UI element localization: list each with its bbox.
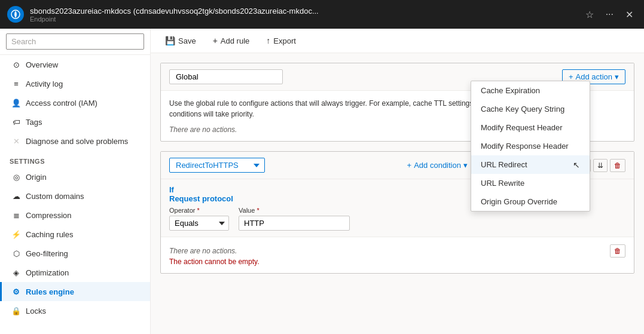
rule2-name-select[interactable]: RedirectToHTTPS (169, 158, 265, 173)
activity-icon: ≡ (11, 79, 21, 88)
sidebar-item-locks-label: Locks (26, 307, 46, 315)
locks-icon: 🔒 (11, 306, 21, 315)
optimization-icon: ◈ (11, 268, 21, 277)
sidebar-item-tags-label: Tags (26, 118, 42, 127)
diagnose-icon: ✕ (11, 136, 21, 146)
value-required-star: * (257, 207, 259, 214)
dropdown-item-origin-group-override[interactable]: Origin Group Override (471, 192, 590, 211)
sidebar-item-origin-label: Origin (26, 173, 47, 182)
sidebar-item-tags[interactable]: 🏷 Tags (0, 112, 150, 131)
chevron-down-icon: ▾ (615, 72, 619, 81)
delete-rule-button[interactable]: 🗑 (610, 159, 625, 172)
sidebar-item-overview-label: Overview (26, 60, 58, 69)
settings-section-header: Settings (0, 151, 150, 167)
search-input[interactable] (6, 33, 144, 50)
add-rule-icon: + (213, 36, 218, 45)
export-icon: ↑ (266, 36, 270, 45)
global-add-action-label: Add action (576, 72, 612, 81)
rule2-body: There are no actions. 🗑 The action canno… (161, 237, 634, 273)
dropdown-item-modify-request-header[interactable]: Modify Request Header (471, 118, 590, 137)
sidebar-item-optimization-label: Optimization (26, 268, 69, 277)
sidebar-item-caching-rules-label: Caching rules (26, 230, 74, 239)
rule2-delete-action-button[interactable]: 🗑 (610, 244, 625, 258)
toolbar: 💾 Save + Add rule ↑ Export (151, 29, 644, 53)
sidebar-item-geo-filtering[interactable]: ⬡ Geo-filtering (0, 244, 150, 263)
operator-label: Operator * (169, 207, 229, 214)
save-label: Save (178, 36, 196, 45)
main-content: 💾 Save + Add rule ↑ Export + Add actio (151, 29, 644, 334)
sidebar-search-area (0, 29, 150, 55)
iam-icon: 👤 (11, 98, 21, 108)
dropdown-item-modify-response-header[interactable]: Modify Response Header (471, 137, 590, 155)
value-label: Value * (239, 207, 350, 214)
value-input[interactable] (239, 216, 350, 231)
add-rule-label: Add rule (221, 36, 249, 45)
dropdown-item-url-rewrite[interactable]: URL Rewrite (471, 174, 590, 192)
add-condition-button[interactable]: + Add condition ▾ (402, 158, 472, 172)
sidebar-item-compression-label: Compression (26, 211, 72, 220)
add-condition-label: Add condition (414, 161, 461, 170)
sidebar-item-access-control-label: Access control (IAM) (26, 99, 97, 108)
dropdown-item-cache-expiration[interactable]: Cache Expiration (471, 81, 590, 100)
tags-icon: 🏷 (11, 117, 21, 127)
sidebar-item-geo-filtering-label: Geo-filtering (26, 249, 68, 258)
window-subtitle: Endpoint (30, 16, 576, 23)
domains-icon: ☁ (11, 191, 21, 201)
sidebar-item-origin[interactable]: ◎ Origin (0, 167, 150, 186)
global-rule-name-input[interactable] (169, 69, 283, 84)
origin-icon: ◎ (11, 172, 21, 182)
operator-required-star: * (197, 207, 199, 214)
compression-icon: ≣ (11, 210, 21, 220)
save-icon: 💾 (165, 36, 175, 45)
caching-icon: ⚡ (11, 229, 21, 239)
sidebar-item-overview[interactable]: ⊙ Overview (0, 55, 150, 74)
request-protocol-label: Request protocol (169, 194, 233, 203)
sidebar-item-diagnose[interactable]: ✕ Diagnose and solve problems (0, 131, 150, 151)
rule2-card: RedirectToHTTPS + Add condition ▾ + Add … (160, 151, 634, 274)
content-area: + Add action ▾ Use the global rule to co… (151, 53, 644, 334)
add-condition-chevron-icon: ▾ (463, 161, 468, 170)
error-message: The action cannot be empty. (169, 258, 625, 266)
add-action-dropdown: Cache Expiration Cache Key Query String … (471, 81, 590, 212)
more-button[interactable]: ··· (602, 7, 617, 22)
rule2-name-wrap: RedirectToHTTPS (169, 158, 265, 173)
close-button[interactable]: ✕ (622, 7, 637, 23)
sidebar-item-compression[interactable]: ≣ Compression (0, 206, 150, 225)
add-rule-button[interactable]: + Add rule (208, 33, 255, 48)
plus-icon: + (569, 72, 573, 81)
value-field: Value * (239, 207, 350, 231)
sidebar-item-rules-engine-label: Rules engine (26, 287, 74, 296)
dropdown-item-url-redirect[interactable]: URL Redirect ↖ (471, 155, 590, 174)
move-bottom-button[interactable]: ⇊ (593, 159, 608, 172)
overview-icon: ⊙ (11, 60, 21, 69)
operator-select[interactable]: Equals (169, 216, 229, 231)
app-icon (7, 6, 24, 23)
sidebar: ⊙ Overview ≡ Activity log 👤 Access contr… (0, 29, 151, 334)
add-condition-plus-icon: + (407, 161, 412, 170)
sidebar-item-caching-rules[interactable]: ⚡ Caching rules (0, 225, 150, 244)
save-button[interactable]: 💾 Save (160, 33, 201, 48)
export-label: Export (273, 36, 296, 45)
sidebar-item-activity-log-label: Activity log (26, 79, 63, 88)
export-button[interactable]: ↑ Export (261, 33, 301, 48)
sidebar-item-custom-domains-label: Custom domains (26, 192, 84, 201)
rules-icon: ⚙ (11, 287, 21, 296)
sidebar-item-locks[interactable]: 🔒 Locks (0, 301, 150, 320)
sidebar-item-optimization[interactable]: ◈ Optimization (0, 263, 150, 282)
sidebar-item-rules-engine[interactable]: ⚙ Rules engine (0, 282, 150, 301)
rule2-no-actions: There are no actions. (169, 247, 237, 255)
search-wrap (6, 33, 144, 50)
dropdown-item-cache-key-query[interactable]: Cache Key Query String (471, 100, 590, 118)
window-title: sbonds2023azureiac-mkdocs (cdnsadevuhvss… (30, 7, 576, 16)
star-button[interactable]: ☆ (582, 7, 597, 23)
operator-field: Operator * Equals (169, 207, 229, 231)
sidebar-item-access-control[interactable]: 👤 Access control (IAM) (0, 93, 150, 112)
top-bar: sbonds2023azureiac-mkdocs (cdnsadevuhvss… (0, 0, 644, 29)
geo-icon: ⬡ (11, 249, 21, 258)
main-layout: ⊙ Overview ≡ Activity log 👤 Access contr… (0, 29, 644, 334)
sidebar-item-diagnose-label: Diagnose and solve problems (26, 137, 128, 146)
cursor-pointer-icon: ↖ (573, 160, 580, 170)
sidebar-item-custom-domains[interactable]: ☁ Custom domains (0, 186, 150, 206)
sidebar-item-activity-log[interactable]: ≡ Activity log (0, 74, 150, 93)
